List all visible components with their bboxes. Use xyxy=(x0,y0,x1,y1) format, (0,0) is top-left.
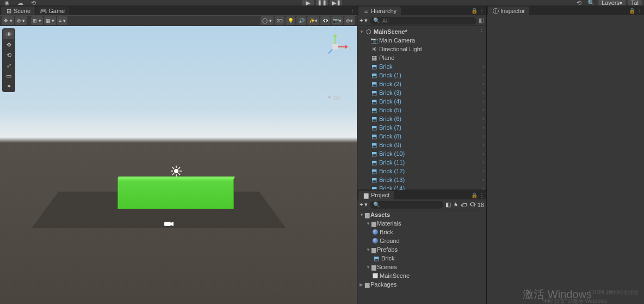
packages-folder-row[interactable]: ▶▆Packages xyxy=(357,280,486,289)
panel-menu-icon[interactable]: ⋮ xyxy=(349,7,356,14)
project-tree[interactable]: ▼▆Assets ▼▆Materials Brick Ground ▼▆Pref… xyxy=(357,210,486,304)
hierarchy-item-row[interactable]: ⬒Brick (8)› xyxy=(357,132,486,141)
create-dropdown[interactable]: + ▾ xyxy=(360,201,368,208)
scene-asset-row[interactable]: MainScene xyxy=(357,271,486,280)
panel-menu-icon[interactable]: ⋮ xyxy=(479,191,485,199)
2d-toggle-button[interactable]: 2D xyxy=(275,16,284,25)
hierarchy-item-row[interactable]: ⬒Brick (10)› xyxy=(357,149,486,158)
hierarchy-item-row[interactable]: ▦Plane xyxy=(357,53,486,62)
scenes-folder-row[interactable]: ▼▆Scenes xyxy=(357,263,486,271)
materials-folder-row[interactable]: ▼▆Materials xyxy=(357,219,486,228)
hierarchy-item-row[interactable]: ⬒Brick (12)› xyxy=(357,167,486,175)
lighting-toggle-button[interactable]: 💡 xyxy=(286,16,295,25)
panel-menu-icon[interactable]: ⋮ xyxy=(636,7,643,14)
material-ground-row[interactable]: Ground xyxy=(357,236,486,245)
assets-folder-row[interactable]: ▼▆Assets xyxy=(357,210,486,219)
hierarchy-item-row[interactable]: ⬒Brick (3)› xyxy=(357,88,486,97)
lock-icon[interactable]: 🔒 xyxy=(471,191,478,199)
projection-label[interactable]: ≡ Iso xyxy=(328,94,340,101)
tab-project[interactable]: ▆Project xyxy=(358,191,394,199)
prefab-open-icon[interactable]: › xyxy=(482,160,484,165)
prefab-open-icon[interactable]: › xyxy=(482,64,484,69)
visibility-toggle-button[interactable]: 👁‍🗨 xyxy=(320,16,330,25)
draw-mode-dropdown[interactable]: ◯ ▾ xyxy=(261,16,274,25)
audio-toggle-button[interactable]: 🔊 xyxy=(296,16,306,25)
hierarchy-item-label: Directional Light xyxy=(379,46,422,52)
prefab-open-icon[interactable]: › xyxy=(482,125,484,130)
snap-increment-button[interactable]: ▦ ▾ xyxy=(44,16,57,25)
prefab-open-icon[interactable]: › xyxy=(482,72,484,78)
snap-toggle-button[interactable]: ≡ ▾ xyxy=(57,16,67,25)
game-tab-icon: 🎮 xyxy=(40,8,47,14)
hierarchy-item-label: Brick (7) xyxy=(379,124,401,131)
hierarchy-item-row[interactable]: ⬒Brick (5)› xyxy=(357,106,486,114)
move-tool-button[interactable]: ✥ xyxy=(3,40,14,50)
cube-icon: ⬒ xyxy=(370,89,378,96)
prefab-open-icon[interactable]: › xyxy=(482,168,484,174)
material-brick-row[interactable]: Brick xyxy=(357,228,486,236)
scene-menu-icon[interactable]: ⋮ xyxy=(479,29,484,34)
directional-light-gizmo xyxy=(171,166,182,177)
hierarchy-item-row[interactable]: ⬒Brick (1)› xyxy=(357,71,486,80)
tool-handle-dropdown[interactable]: ✥ ▾ xyxy=(2,16,14,25)
pivot-dropdown[interactable]: ⊕ ▾ xyxy=(15,16,27,25)
hierarchy-item-row[interactable]: ⬒Brick (6)› xyxy=(357,114,486,123)
scale-tool-button[interactable]: ⤢ xyxy=(3,60,14,70)
prefab-open-icon[interactable]: › xyxy=(482,116,484,121)
hierarchy-item-row[interactable]: ⬒Brick (11)› xyxy=(357,158,486,167)
gizmos-dropdown[interactable]: ⊕▾ xyxy=(344,16,355,25)
project-search-input[interactable]: 🔍 xyxy=(370,201,443,209)
hierarchy-item-row[interactable]: 📷Main Camera xyxy=(357,36,486,45)
prefab-open-icon[interactable]: › xyxy=(482,99,484,104)
hierarchy-item-row[interactable]: ⬒Brick (2)› xyxy=(357,80,486,88)
tab-inspector[interactable]: ⓘInspector xyxy=(488,7,529,15)
cube-icon: ⬒ xyxy=(370,141,378,149)
prefab-open-icon[interactable]: › xyxy=(482,107,484,113)
prefab-open-icon[interactable]: › xyxy=(482,90,484,95)
prefab-open-icon[interactable]: › xyxy=(482,186,484,190)
scene-toolbar: ✥ ▾ ⊕ ▾ ⊞ ▾ ▦ ▾ ≡ ▾ ◯ ▾ 2D 💡 🔊 ✨▾ 👁‍🗨 📷▾… xyxy=(0,15,357,26)
hierarchy-item-row[interactable]: ☀Directional Light xyxy=(357,45,486,53)
hierarchy-item-row[interactable]: ⬒Brick (14)› xyxy=(357,184,486,190)
search-options-icon[interactable]: ◧ xyxy=(479,17,484,24)
rotate-tool-button[interactable]: ⟲ xyxy=(3,50,14,60)
search-by-type-icon[interactable]: ◧ xyxy=(445,201,451,208)
fx-dropdown[interactable]: ✨▾ xyxy=(307,16,319,25)
lock-icon[interactable]: 🔒 xyxy=(471,7,478,14)
orientation-gizmo[interactable] xyxy=(322,34,348,60)
prefab-open-icon[interactable]: › xyxy=(482,81,484,87)
prefab-brick-row[interactable]: ⬒Brick xyxy=(357,254,486,263)
prefab-open-icon[interactable]: › xyxy=(482,151,484,156)
prefabs-folder-row[interactable]: ▼▆Prefabs xyxy=(357,245,486,254)
panel-menu-icon[interactable]: ⋮ xyxy=(479,7,485,14)
search-by-label-icon[interactable]: ★ xyxy=(453,201,459,208)
prefab-open-icon[interactable]: › xyxy=(482,142,484,148)
camera-dropdown[interactable]: 📷▾ xyxy=(331,16,343,25)
cube-icon: ⬒ xyxy=(370,106,378,114)
hierarchy-item-row[interactable]: ⬒Brick (7)› xyxy=(357,123,486,132)
scene-root-row[interactable]: ▼ ⬡ MainScene* ⋮ xyxy=(357,27,486,36)
project-tabs: ▆Project 🔒⋮ xyxy=(357,190,486,199)
create-dropdown[interactable]: + ▾ xyxy=(360,17,368,24)
scene-viewport[interactable]: 👁 ✥ ⟲ ⤢ ▭ ✦ x y ≡ Iso xyxy=(0,26,357,304)
tab-hierarchy[interactable]: ≡Hierarchy xyxy=(358,7,401,15)
foldout-icon[interactable]: ▼ xyxy=(360,29,365,34)
hierarchy-tree[interactable]: ▼ ⬡ MainScene* ⋮ 📷Main Camera☀Directiona… xyxy=(357,26,486,190)
hierarchy-item-row[interactable]: ⬒Brick (13)› xyxy=(357,175,486,184)
lock-icon[interactable]: 🔒 xyxy=(629,7,635,14)
view-tool-button[interactable]: 👁 xyxy=(3,29,14,39)
tab-scene[interactable]: ⊞Scene xyxy=(1,7,35,15)
transform-tool-button[interactable]: ✦ xyxy=(3,81,14,91)
hierarchy-toolbar: + ▾ 🔍 All ◧ xyxy=(357,15,486,26)
prefab-open-icon[interactable]: › xyxy=(482,133,484,139)
hierarchy-search-input[interactable]: 🔍 All xyxy=(370,17,476,25)
hierarchy-item-row[interactable]: ⬒Brick (9)› xyxy=(357,141,486,149)
hierarchy-item-label: Brick (1) xyxy=(379,72,401,78)
rect-tool-button[interactable]: ▭ xyxy=(3,71,14,81)
hierarchy-item-row[interactable]: ⬒Brick› xyxy=(357,62,486,71)
tab-game[interactable]: 🎮Game xyxy=(36,7,69,15)
prefab-open-icon[interactable]: › xyxy=(482,177,484,183)
hierarchy-item-row[interactable]: ⬒Brick (4)› xyxy=(357,97,486,106)
save-search-icon[interactable]: 🏷 xyxy=(461,202,467,208)
grid-snap-button[interactable]: ⊞ ▾ xyxy=(31,16,43,25)
